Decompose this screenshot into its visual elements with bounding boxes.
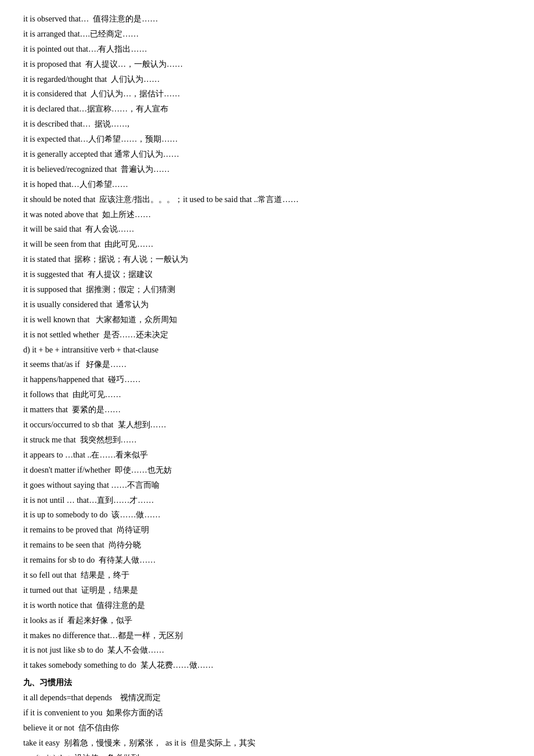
line-28: it occurs/occurred to sb that 某人想到……: [23, 417, 511, 433]
line-33: it is not until … that…直到……才……: [23, 493, 511, 508]
line-41: it looks as if 看起来好像，似乎: [23, 613, 511, 628]
line-47: if it is convenient to you 如果你方面的话: [23, 705, 511, 721]
line-42: it makes no difference that…都是一样，无区别: [23, 628, 511, 643]
line-23: d) it + be + intransitive verb + that-cl…: [23, 343, 511, 358]
line-27: it matters that 要紧的是……: [23, 402, 511, 417]
line-22: it is not settled whether 是否……还未决定: [23, 327, 511, 343]
line-16: it will be seen from that 由此可见……: [23, 237, 511, 252]
line-19: it is supposed that 据推测；假定；人们猜测: [23, 282, 511, 297]
line-32: it goes without saying that ……不言而喻: [23, 478, 511, 493]
line-49: take it easy 别着急，慢慢来，别紧张， as it is 但是实际上…: [23, 736, 511, 751]
line-25: it happens/happened that 碰巧……: [23, 372, 511, 387]
line-31: it doesn't matter if/whether 即使……也无妨: [23, 463, 511, 478]
line-20: it is usually considered that 通常认为: [23, 297, 511, 312]
line-44: it takes somebody something to do 某人花费………: [23, 658, 511, 673]
line-18: it is suggested that 有人提议；据建议: [23, 267, 511, 282]
line-50: see (to it ) that 设法使，务必做到: [23, 751, 511, 756]
line-2: it is arranged that….已经商定……: [23, 27, 511, 42]
line-37: it remains for sb to do 有待某人做……: [23, 553, 511, 568]
line-29: it struck me that 我突然想到……: [23, 433, 511, 448]
line-8: it is described that… 据说……,: [23, 117, 511, 132]
line-43: it is not just like sb to do 某人不会做……: [23, 643, 511, 658]
line-5: it is regarded/thought that 人们认为……: [23, 72, 511, 87]
line-3: it is pointed out that….有人指出……: [23, 42, 511, 57]
line-10: it is generally accepted that 通常人们认为……: [23, 147, 511, 162]
line-11: it is believed/recognized that 普遍认为……: [23, 162, 511, 177]
line-48: believe it or not 信不信由你: [23, 721, 511, 736]
line-36: it remains to be seen that 尚待分晓: [23, 538, 511, 553]
line-6: it is considered that 人们认为…，据估计……: [23, 87, 511, 102]
line-40: it is worth notice that 值得注意的是: [23, 598, 511, 613]
line-26: it follows that 由此可见……: [23, 387, 511, 402]
line-4: it is proposed that 有人提议…，一般认为……: [23, 57, 511, 72]
line-21: it is well known that 大家都知道，众所周知: [23, 312, 511, 327]
line-35: it remains to be proved that 尚待证明: [23, 523, 511, 538]
line-14: it was noted above that 如上所述……: [23, 207, 511, 222]
line-39: it turned out that 证明是，结果是: [23, 583, 511, 598]
line-13: it should be noted that 应该注意/指出。。。；it us…: [23, 192, 511, 207]
line-7: it is declared that…据宣称……，有人宣布: [23, 102, 511, 117]
line-24: it seems that/as if 好像是……: [23, 357, 511, 372]
line-1: it is observed that… 值得注意的是……: [23, 12, 511, 27]
line-34: it is up to somebody to do 该……做……: [23, 507, 511, 523]
line-12: it is hoped that…人们希望……: [23, 177, 511, 192]
line-38: it so fell out that 结果是，终于: [23, 568, 511, 583]
line-45: 九、习惯用法: [23, 675, 511, 690]
line-17: it is stated that 据称；据说；有人说；一般认为: [23, 252, 511, 267]
line-46: it all depends=that depends 视情况而定: [23, 690, 511, 705]
line-30: it appears to …that ..在……看来似乎: [23, 448, 511, 463]
line-9: it is expected that…人们希望……，预期……: [23, 132, 511, 147]
line-15: it will be said that 有人会说……: [23, 222, 511, 237]
main-content: it is observed that… 值得注意的是……it is arran…: [23, 12, 511, 756]
